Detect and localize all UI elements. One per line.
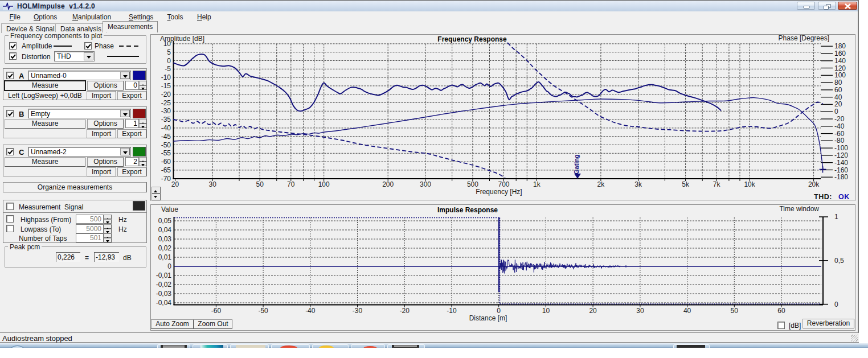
svg-text:20: 20 [171, 180, 179, 188]
svg-text:1k: 1k [533, 180, 541, 188]
svg-text:Phase [Degrees]: Phase [Degrees] [779, 35, 829, 42]
svg-text:1: 1 [834, 213, 838, 221]
svg-text:-60: -60 [211, 307, 222, 315]
svg-text:-30: -30 [161, 107, 171, 115]
svg-text:0: 0 [167, 56, 171, 64]
svg-text:Amplitude [dB]: Amplitude [dB] [160, 35, 204, 43]
svg-text:-65: -65 [161, 166, 171, 174]
svg-text:0,03: 0,03 [158, 235, 172, 243]
svg-text:-10: -10 [447, 307, 457, 315]
svg-text:60: 60 [777, 307, 785, 315]
svg-text:7k: 7k [713, 180, 721, 188]
svg-text:-40: -40 [161, 124, 171, 131]
svg-text:30: 30 [209, 180, 217, 188]
svg-text:-70: -70 [161, 174, 171, 182]
svg-text:70: 70 [287, 180, 295, 188]
svg-text:0,01: 0,01 [158, 253, 172, 261]
svg-text:10k: 10k [744, 180, 755, 188]
svg-text:50: 50 [731, 307, 739, 315]
svg-text:-180: -180 [834, 173, 848, 181]
svg-text:-0,04: -0,04 [156, 299, 172, 307]
svg-text:Impulse Response: Impulse Response [437, 206, 498, 214]
svg-text:-35: -35 [161, 116, 171, 124]
svg-text:50: 50 [256, 180, 264, 188]
svg-text:Frequency Response: Frequency Response [437, 35, 507, 43]
svg-text:Gating: Gating [573, 154, 580, 174]
svg-text:-10: -10 [161, 73, 171, 81]
svg-text:0,05: 0,05 [158, 217, 172, 225]
svg-text:0: 0 [834, 300, 838, 308]
svg-text:-20: -20 [400, 307, 410, 315]
svg-text:0: 0 [167, 262, 171, 270]
svg-text:30: 30 [636, 307, 644, 315]
svg-text:-30: -30 [353, 307, 363, 315]
svg-text:-45: -45 [161, 132, 171, 140]
svg-text:-0,02: -0,02 [156, 281, 172, 289]
svg-text:-40: -40 [305, 307, 316, 315]
svg-text:-5: -5 [165, 65, 171, 73]
svg-text:-15: -15 [161, 81, 171, 89]
svg-text:700: 700 [498, 180, 509, 188]
svg-text:0,5: 0,5 [834, 256, 844, 264]
svg-text:0,02: 0,02 [158, 244, 172, 252]
svg-text:5k: 5k [682, 180, 690, 188]
svg-text:10: 10 [542, 307, 550, 315]
svg-text:-50: -50 [161, 141, 171, 149]
svg-text:20k: 20k [808, 180, 820, 188]
svg-text:0: 0 [497, 307, 501, 315]
svg-text:300: 300 [420, 180, 431, 188]
svg-text:Distance [m]: Distance [m] [469, 314, 507, 322]
svg-text:100: 100 [318, 180, 330, 188]
svg-text:-0,03: -0,03 [156, 290, 172, 298]
svg-text:-0,01: -0,01 [156, 271, 172, 279]
svg-text:20: 20 [589, 307, 597, 315]
svg-text:-60: -60 [161, 158, 171, 166]
svg-text:-55: -55 [161, 149, 171, 157]
svg-text:-20: -20 [161, 90, 171, 98]
svg-text:40: 40 [683, 307, 691, 315]
svg-text:Frequency [Hz]: Frequency [Hz] [476, 188, 522, 196]
svg-text:Value: Value [161, 205, 178, 213]
svg-text:200: 200 [382, 180, 394, 188]
svg-text:3k: 3k [634, 180, 642, 188]
svg-text:500: 500 [467, 180, 478, 188]
svg-text:-50: -50 [258, 307, 268, 315]
svg-text:2k: 2k [597, 180, 605, 188]
svg-text:Time window: Time window [779, 205, 819, 213]
svg-text:-25: -25 [161, 98, 171, 106]
svg-text:5: 5 [167, 48, 171, 56]
svg-text:0,04: 0,04 [158, 226, 172, 234]
